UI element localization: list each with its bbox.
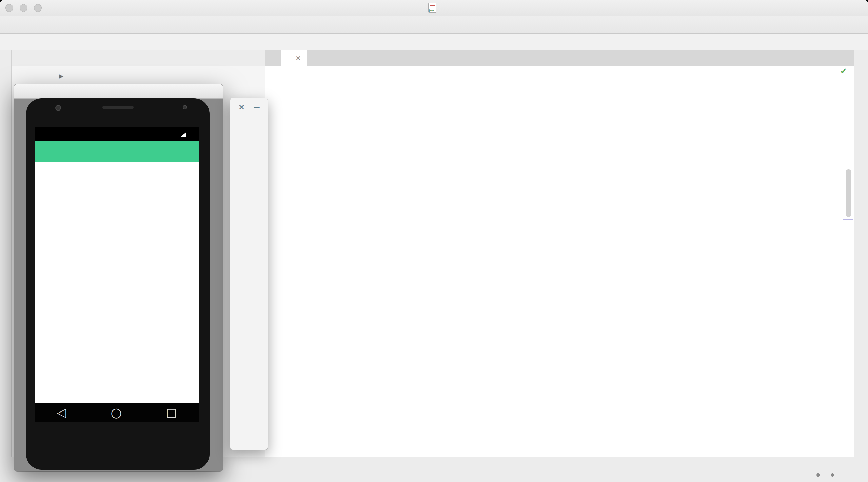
- emulator-window: ◁ ○ □: [14, 84, 223, 471]
- breadcrumb: [0, 34, 868, 50]
- editor-tab-aboutactivity[interactable]: ✕: [281, 50, 307, 66]
- window-title-area: [0, 0, 868, 16]
- phone-speaker: [102, 106, 134, 109]
- emulator-title[interactable]: [14, 84, 223, 99]
- inspection-ok-icon[interactable]: ✔: [840, 66, 847, 76]
- right-tool-strip: [854, 50, 868, 457]
- phone-bezel: ◁ ○ □: [26, 98, 210, 470]
- app-header: [35, 141, 199, 162]
- phone-screen[interactable]: ◁ ○ □: [35, 127, 199, 422]
- code-editor[interactable]: [265, 66, 854, 457]
- left-tool-strip: [0, 50, 12, 457]
- phone-camera-dot: [55, 105, 61, 111]
- close-tab-icon[interactable]: ✕: [295, 54, 301, 62]
- emulator-minimize-icon[interactable]: ─: [254, 103, 260, 112]
- editor-scrollbar[interactable]: [846, 169, 851, 217]
- app-body: [35, 162, 199, 403]
- mac-titlebar: [0, 0, 868, 16]
- emulator-toolbar: ✕ ─: [230, 98, 268, 450]
- editor-tab-bar: ✕: [265, 50, 854, 66]
- phone-status-bar: [35, 127, 199, 141]
- nav-overview-button[interactable]: □: [166, 406, 177, 419]
- nav-back-button[interactable]: ◁: [57, 405, 66, 419]
- toolwindow-event-log[interactable]: [703, 457, 707, 467]
- android-nav-bar: ◁ ○ □: [35, 403, 199, 422]
- encoding-select[interactable]: [829, 473, 834, 477]
- toolwindow-messages[interactable]: [271, 457, 274, 467]
- project-panel-header: [12, 50, 265, 66]
- toolwindow-gradle-console[interactable]: [783, 457, 786, 467]
- scrollbar-caret-mark: [843, 219, 853, 220]
- nav-home-button[interactable]: ○: [111, 405, 122, 420]
- java-file-icon: [428, 3, 436, 13]
- phone-sensor-dot: [183, 105, 187, 109]
- signal-icon: [181, 132, 186, 137]
- expand-arrow-icon[interactable]: ▶: [59, 73, 63, 80]
- android-studio-window: ▶ ✕ ✔: [0, 0, 868, 482]
- emulator-close-icon[interactable]: ✕: [238, 103, 245, 112]
- toolwindow-terminal[interactable]: [225, 457, 228, 467]
- tree-item-demo[interactable]: ▶: [12, 70, 70, 82]
- line-ending-select[interactable]: [815, 473, 820, 477]
- main-toolbar: [0, 16, 868, 34]
